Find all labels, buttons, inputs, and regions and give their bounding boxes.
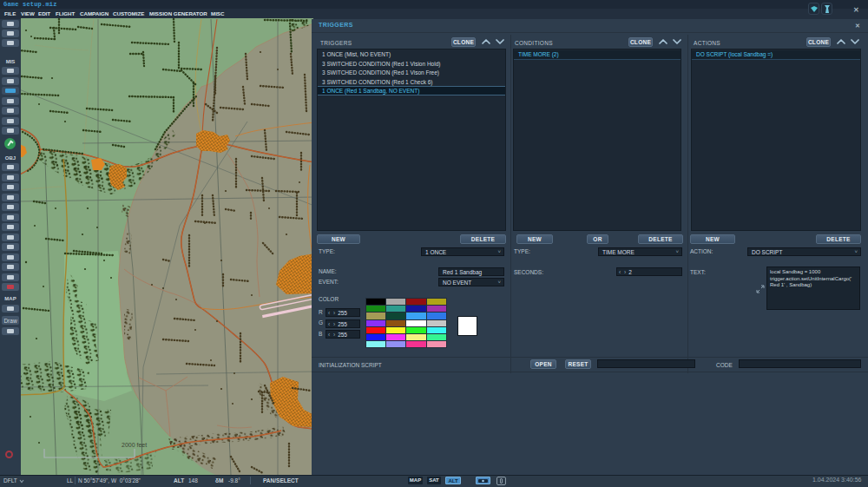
svg-text:2000 feet: 2000 feet [122, 442, 147, 448]
